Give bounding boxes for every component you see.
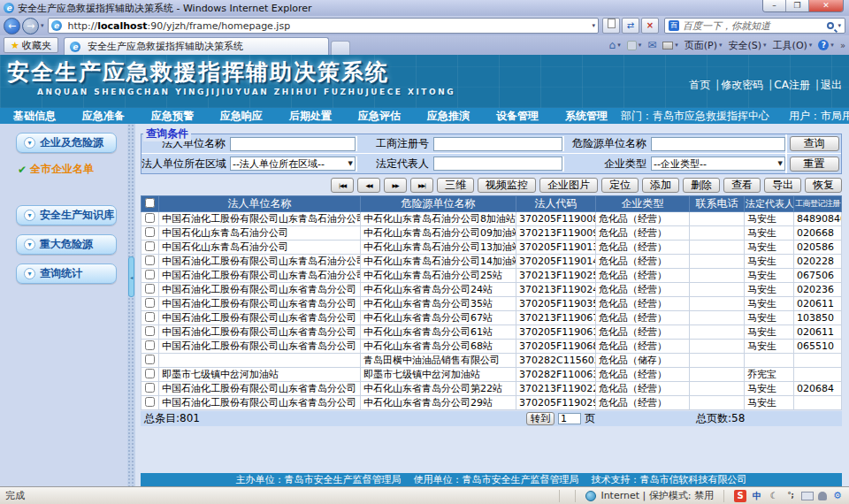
feeds-button[interactable]: ▾	[627, 41, 642, 50]
row-checkbox[interactable]	[145, 312, 155, 322]
address-dropdown-icon[interactable]: ▾	[592, 22, 595, 29]
user-ime-icon[interactable]	[818, 492, 827, 500]
enterprise-type-select[interactable]: --企业类型--▼	[651, 157, 785, 171]
table-row[interactable]: 中国石油化工股份有限公司山东省青岛分公司中石化山东省青岛分公司第22站37021…	[142, 382, 842, 396]
table-row[interactable]: 中国石油化工股份有限公司山东省青岛分公司中石化山东省青岛分公司35站370205…	[142, 297, 842, 311]
region-select[interactable]: --法人单位所在区域--▼	[230, 157, 356, 171]
row-checkbox[interactable]	[145, 270, 155, 279]
business-reg-no-input[interactable]	[433, 137, 562, 151]
row-checkbox[interactable]	[145, 256, 155, 265]
favorites-button[interactable]: ★ 收藏夹	[4, 37, 58, 53]
menu-item[interactable]: 应急准备	[69, 109, 138, 124]
tab-active[interactable]: e 安全生产应急救援指挥辅助决策系统	[64, 37, 329, 55]
table-row[interactable]: 即墨市七级镇中岔河加油站即墨市七级镇中岔河加油站370282F110063危化品…	[142, 368, 842, 382]
table-row[interactable]: 中国石油化工股份有限公司山东省青岛分公司中石化山东省青岛分公司68站370205…	[142, 340, 842, 354]
page-menu[interactable]: 页面(P)▾	[685, 39, 723, 52]
search-dropdown-icon[interactable]: ▾	[838, 22, 841, 29]
splitter-collapse-handle[interactable]: ◂	[128, 256, 134, 297]
table-row[interactable]: 中国石油化工股份有限公司山东青岛石油分公司中石化山东青岛石油分公司14加油站37…	[142, 255, 842, 269]
row-checkbox[interactable]	[145, 298, 155, 308]
table-row[interactable]: 中国石化山东青岛石油分公司中石化山东青岛石油分公司13加油站370205F119…	[142, 241, 842, 255]
compatibility-view-button[interactable]	[602, 18, 620, 34]
sidebar-group[interactable]: ▾企业及危险源	[16, 133, 117, 153]
row-checkbox[interactable]	[145, 227, 155, 237]
row-checkbox[interactable]	[145, 213, 155, 223]
row-checkbox[interactable]	[145, 241, 155, 251]
toolbar-button-添加[interactable]: 添加	[642, 178, 679, 193]
menu-item[interactable]: 系统管理	[552, 109, 621, 124]
stop-button[interactable]: ×	[641, 18, 659, 34]
menu-item[interactable]: 应急推演	[414, 109, 483, 124]
sidebar-splitter[interactable]: ◂	[127, 124, 135, 486]
hazard-unit-name-input[interactable]	[651, 137, 785, 151]
table-row[interactable]: 青岛田横中油油品销售有限公司370282C115602危化品（储存）	[142, 354, 842, 368]
sidebar-item-active[interactable]: ✔全市企业名单	[18, 162, 127, 177]
new-tab-button[interactable]	[331, 41, 350, 55]
forward-button[interactable]: →	[22, 18, 39, 34]
menu-item[interactable]: 后期处置	[276, 109, 345, 124]
table-row[interactable]: 中国石油化工股份有限公司山东省青岛分公司中石化山东省青岛分公司67站370213…	[142, 311, 842, 325]
menu-item[interactable]: 设备管理	[483, 109, 552, 124]
row-checkbox[interactable]	[145, 369, 155, 378]
home-button[interactable]: ⌂▾	[609, 39, 621, 51]
table-row[interactable]: 中国石油化工股份有限公司山东青岛石油分公司中石化山东青岛石油分公司25站3702…	[142, 269, 842, 283]
legal-rep-input[interactable]	[433, 157, 562, 171]
fullhalf-moon-icon[interactable]: ☾	[768, 490, 780, 502]
menu-item[interactable]: 应急响应	[207, 109, 276, 124]
banner-link[interactable]: CA注册	[774, 79, 810, 91]
last-page-button[interactable]: ▶▶|	[410, 178, 433, 193]
punctuation-icon[interactable]: °;	[784, 490, 797, 502]
row-checkbox[interactable]	[145, 397, 155, 407]
toolbar-button-删除[interactable]: 删除	[683, 178, 720, 193]
row-checkbox[interactable]	[145, 355, 155, 364]
table-row[interactable]: 中国石油化工股份有限公司山东青岛石油分公司中石化山东青岛石油分公司8加油站370…	[142, 212, 842, 226]
tools-menu[interactable]: 工具(O)▾	[773, 39, 813, 52]
menu-item[interactable]: 应急评估	[345, 109, 414, 124]
search-box[interactable]: 百 百度一下，你就知道 ▾	[664, 18, 845, 34]
toolbar-button-企业图片[interactable]: 企业图片	[539, 178, 598, 193]
help-menu[interactable]: ?▾	[818, 40, 834, 50]
banner-link[interactable]: 修改密码	[721, 79, 763, 91]
read-mail-button[interactable]: ✉	[647, 39, 656, 51]
prev-page-button[interactable]: ◀◀	[357, 178, 380, 193]
table-row[interactable]: 中国石化山东青岛石油分公司中石化山东青岛石油分公司09加油站370213F119…	[142, 226, 842, 241]
toolbar-button-导出[interactable]: 导出	[764, 178, 801, 193]
next-page-button[interactable]: ▶▶	[384, 178, 407, 193]
sidebar-group[interactable]: ▾重大危险源	[16, 234, 117, 255]
goto-page-button[interactable]: 转到	[526, 412, 555, 425]
legal-unit-name-input[interactable]	[230, 137, 356, 151]
overflow-chevron-icon[interactable]: »	[840, 41, 845, 50]
row-checkbox[interactable]	[145, 326, 155, 336]
toolbar-button-恢复[interactable]: 恢复	[805, 178, 842, 193]
first-page-button[interactable]: |◀◀	[331, 178, 354, 193]
row-checkbox[interactable]	[145, 284, 155, 294]
close-button[interactable]: ✕	[809, 0, 843, 12]
page-number-input[interactable]	[558, 413, 581, 424]
select-all-checkbox[interactable]	[145, 198, 155, 208]
cn-input-mode-icon[interactable]: 中	[751, 490, 763, 502]
sidebar-group[interactable]: ▾安全生产知识库	[16, 205, 117, 225]
toolbar-button-三维[interactable]: 三维	[437, 178, 474, 193]
banner-link[interactable]: 首页	[689, 79, 710, 91]
table-row[interactable]: 中国石油化工股份有限公司山东省青岛分公司中石化山东省青岛分公司61站370205…	[142, 325, 842, 340]
row-checkbox[interactable]	[145, 383, 155, 393]
restore-button[interactable]: ❐	[786, 0, 809, 12]
history-dropdown-icon[interactable]: ▾	[41, 22, 44, 29]
query-button[interactable]: 查询	[790, 136, 839, 151]
table-row[interactable]: 中国石油化工股份有限公司山东省青岛分公司中石化山东省青岛分公司29站370205…	[142, 396, 842, 410]
safety-menu[interactable]: 安全(S)▾	[729, 39, 767, 52]
row-checkbox[interactable]	[145, 340, 155, 350]
sogou-ime-icon[interactable]: S	[734, 490, 746, 502]
print-button[interactable]: ▾	[662, 42, 678, 50]
refresh-button[interactable]: ⇄	[622, 18, 639, 34]
sidebar-group[interactable]: ▾查询统计	[16, 263, 117, 284]
keyboard-icon[interactable]	[801, 492, 814, 500]
ime-settings-icon[interactable]: ⚙	[831, 490, 844, 502]
search-icon[interactable]	[827, 22, 834, 29]
address-bar[interactable]: e http://localhost:90/yjzh/frame/homepag…	[48, 18, 599, 34]
toolbar-button-定位[interactable]: 定位	[601, 178, 639, 193]
minimize-button[interactable]: –	[763, 0, 786, 12]
menu-item[interactable]: 应急预警	[138, 109, 207, 124]
reset-button[interactable]: 重置	[790, 157, 839, 172]
back-button[interactable]: ←	[4, 18, 20, 34]
